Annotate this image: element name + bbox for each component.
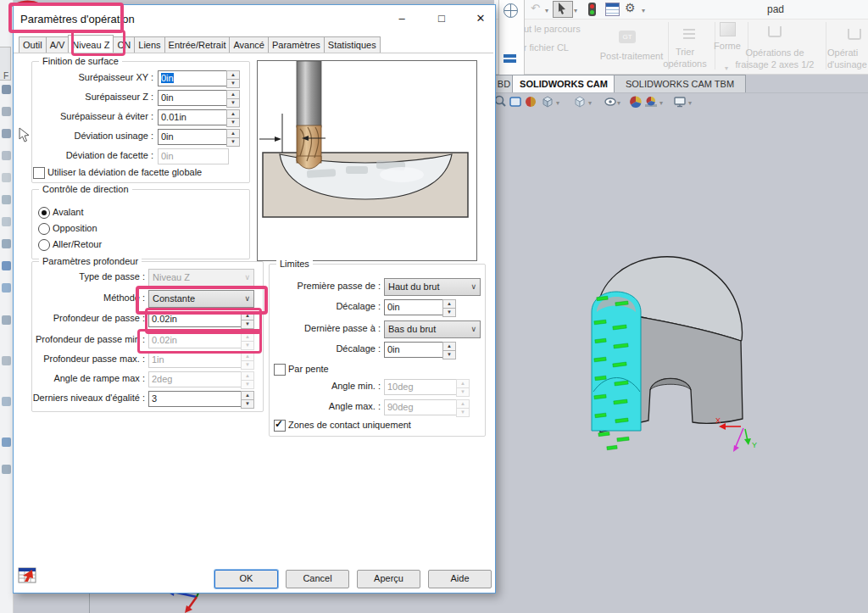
- 3d-model-viewport[interactable]: X Y: [559, 246, 814, 466]
- layers-icon[interactable]: [504, 54, 516, 64]
- surepaisseur-eviter-spinner[interactable]: ▲▼: [226, 109, 240, 125]
- aide-button[interactable]: Aide: [428, 570, 492, 588]
- toolbar-icon[interactable]: [2, 129, 11, 138]
- surepaisseur-z-spinner[interactable]: ▲▼: [226, 90, 240, 106]
- settings-caret-icon[interactable]: ▾: [642, 7, 645, 14]
- par-pente-checkbox[interactable]: [274, 364, 286, 376]
- group-title: Paramètres profondeur: [39, 256, 142, 266]
- profondeur-de-passe-field[interactable]: 0.02in: [148, 311, 243, 327]
- toolbar-icon[interactable]: [2, 107, 11, 116]
- deviation-facette-globale-checkbox[interactable]: [33, 167, 45, 179]
- minimize-button[interactable]: –: [389, 10, 415, 27]
- tab-solidworks-cam-tbm[interactable]: SOLIDWORKS CAM TBM: [614, 75, 746, 93]
- checkbox-label: Zones de contact uniquement: [288, 420, 411, 430]
- select-tool-button[interactable]: [553, 1, 573, 18]
- toolbar-icon[interactable]: [2, 85, 11, 94]
- operations-grid-icon[interactable]: [18, 566, 40, 586]
- surepaisseur-xy-field[interactable]: 0in: [158, 70, 229, 86]
- field-label: Surépaisseur XY :: [35, 72, 153, 82]
- gear-icon[interactable]: ⚙: [625, 1, 636, 14]
- document-title: pad: [767, 3, 784, 15]
- toolbar-icon[interactable]: [2, 465, 11, 474]
- radio-avalant[interactable]: [38, 207, 50, 219]
- zones-contact-checkbox[interactable]: ✓: [274, 420, 286, 432]
- traffic-light-icon[interactable]: [588, 3, 596, 16]
- apercu-button[interactable]: Aperçu: [357, 570, 420, 588]
- chevron-down-icon: ∨: [244, 270, 250, 285]
- premiere-passe-combo[interactable]: Haut du brut∨: [384, 278, 481, 296]
- tab-entree-retrait[interactable]: Entrée/Retrait: [164, 36, 231, 53]
- tab-bd-partial[interactable]: BD: [494, 75, 514, 93]
- undo-caret-icon[interactable]: ▾: [545, 7, 548, 14]
- tab-niveau-z[interactable]: Niveau Z: [68, 35, 114, 53]
- tab-avance[interactable]: Avancé: [229, 36, 269, 53]
- radio-aller-retour[interactable]: [38, 239, 50, 251]
- toolbar-icon[interactable]: [2, 315, 11, 325]
- decalage-1-field[interactable]: 0in: [384, 299, 445, 315]
- view-orientation-icon[interactable]: [541, 95, 554, 109]
- svg-text:X: X: [715, 416, 721, 425]
- hide-show-icon[interactable]: [604, 95, 617, 109]
- tab-outil[interactable]: Outil: [19, 36, 47, 53]
- view-orientation-caret-icon[interactable]: ▾: [556, 99, 559, 107]
- tab-solidworks-cam[interactable]: SOLIDWORKS CAM: [512, 75, 615, 93]
- decalage-2-spinner[interactable]: ▲▼: [442, 342, 456, 358]
- toolbar-icon[interactable]: [2, 195, 11, 204]
- ok-button[interactable]: OK: [214, 570, 278, 588]
- ribbon-partial-label-top: ut le parcours: [524, 24, 581, 34]
- surepaisseur-xy-spinner[interactable]: ▲▼: [226, 70, 240, 86]
- deviation-usinage-field[interactable]: 0in: [158, 129, 229, 145]
- deviation-usinage-spinner[interactable]: ▲▼: [226, 129, 240, 145]
- chevron-down-icon: ∨: [470, 279, 476, 294]
- display-style-icon[interactable]: [573, 95, 587, 109]
- section-view-icon[interactable]: [524, 95, 537, 109]
- maximize-button[interactable]: □: [429, 10, 454, 27]
- close-button[interactable]: ✕: [468, 10, 493, 27]
- background-edge-line: [89, 592, 90, 613]
- cancel-button[interactable]: Cancel: [286, 570, 349, 588]
- operation-table-icon[interactable]: [605, 3, 620, 16]
- zoom-area-icon[interactable]: [509, 95, 522, 109]
- view-settings-icon[interactable]: [673, 95, 687, 109]
- profondeur-passe-min-spinner: ▲▼: [241, 332, 254, 348]
- angle-rampe-max-spinner: ▲▼: [241, 371, 254, 387]
- tab-av[interactable]: A/V: [46, 36, 70, 53]
- edit-appearance-icon[interactable]: [629, 95, 643, 109]
- field-label: Derniers niveaux d'égalité :: [20, 393, 145, 403]
- milling-operations-icon: [768, 26, 782, 37]
- toolbar-icon[interactable]: [2, 397, 11, 406]
- derniere-passe-combo[interactable]: Bas du brut∨: [384, 320, 481, 338]
- toolbar-icon[interactable]: [2, 217, 11, 226]
- toolbar-icon[interactable]: [2, 261, 11, 270]
- ribbon-separator: [826, 22, 826, 70]
- toolbar-icon[interactable]: [2, 437, 11, 447]
- ribbon-trier-line2: opérations: [661, 59, 709, 69]
- toolbar-icon[interactable]: [2, 173, 11, 182]
- profondeur-passe-max-spinner: ▲▼: [241, 352, 254, 368]
- display-style-caret-icon[interactable]: ▾: [588, 99, 592, 107]
- toolbar-icon[interactable]: [2, 356, 11, 365]
- derniers-niveaux-spinner[interactable]: ▲▼: [241, 391, 254, 407]
- profondeur-de-passe-spinner[interactable]: ▲▼: [241, 311, 254, 327]
- decalage-1-spinner[interactable]: ▲▼: [442, 299, 456, 315]
- tab-parametres[interactable]: Paramètres: [268, 36, 325, 53]
- field-label: Dernière passe à :: [274, 323, 381, 333]
- globe-icon[interactable]: [504, 3, 518, 18]
- view-settings-caret-icon[interactable]: ▾: [688, 99, 692, 107]
- toolbar-icon[interactable]: [2, 151, 11, 160]
- toolbar-icon[interactable]: [2, 239, 11, 248]
- hide-show-caret-icon[interactable]: ▾: [617, 99, 620, 107]
- radio-opposition[interactable]: [38, 223, 50, 235]
- select-caret-icon[interactable]: ▾: [574, 7, 577, 14]
- tab-statistiques[interactable]: Statistiques: [324, 36, 381, 53]
- tab-cn[interactable]: CN: [113, 36, 135, 53]
- surepaisseur-z-field[interactable]: 0in: [158, 90, 229, 106]
- methode-combo[interactable]: Constante∨: [148, 290, 254, 308]
- tab-liens[interactable]: Liens: [134, 36, 164, 53]
- scene-caret-icon[interactable]: ▾: [659, 99, 663, 107]
- toolbar-icon[interactable]: [2, 283, 11, 293]
- derniers-niveaux-field[interactable]: 3: [148, 391, 243, 407]
- surepaisseur-eviter-field[interactable]: 0.01in: [158, 109, 229, 125]
- scene-icon[interactable]: [644, 95, 658, 109]
- decalage-2-field[interactable]: 0in: [384, 342, 445, 358]
